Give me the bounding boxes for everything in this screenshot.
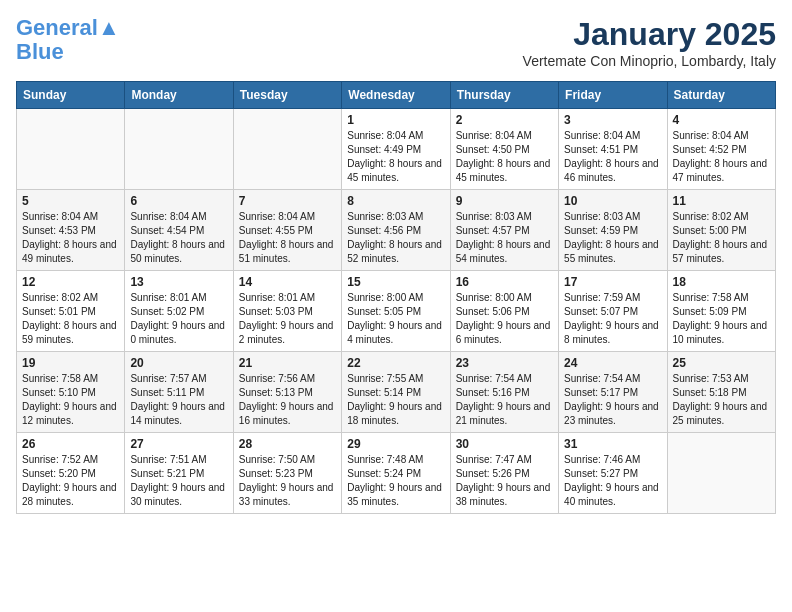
weekday-header: Tuesday bbox=[233, 82, 341, 109]
day-info: Sunrise: 8:04 AM Sunset: 4:53 PM Dayligh… bbox=[22, 210, 119, 266]
day-number: 22 bbox=[347, 356, 444, 370]
day-number: 19 bbox=[22, 356, 119, 370]
day-number: 8 bbox=[347, 194, 444, 208]
weekday-header: Thursday bbox=[450, 82, 558, 109]
day-info: Sunrise: 7:54 AM Sunset: 5:17 PM Dayligh… bbox=[564, 372, 661, 428]
calendar-cell: 29Sunrise: 7:48 AM Sunset: 5:24 PM Dayli… bbox=[342, 433, 450, 514]
calendar-cell: 15Sunrise: 8:00 AM Sunset: 5:05 PM Dayli… bbox=[342, 271, 450, 352]
calendar-week-row: 19Sunrise: 7:58 AM Sunset: 5:10 PM Dayli… bbox=[17, 352, 776, 433]
day-info: Sunrise: 8:04 AM Sunset: 4:55 PM Dayligh… bbox=[239, 210, 336, 266]
calendar-cell: 20Sunrise: 7:57 AM Sunset: 5:11 PM Dayli… bbox=[125, 352, 233, 433]
calendar-cell: 22Sunrise: 7:55 AM Sunset: 5:14 PM Dayli… bbox=[342, 352, 450, 433]
day-number: 15 bbox=[347, 275, 444, 289]
calendar-cell bbox=[667, 433, 775, 514]
day-number: 10 bbox=[564, 194, 661, 208]
calendar-cell: 27Sunrise: 7:51 AM Sunset: 5:21 PM Dayli… bbox=[125, 433, 233, 514]
day-info: Sunrise: 7:47 AM Sunset: 5:26 PM Dayligh… bbox=[456, 453, 553, 509]
calendar-cell: 17Sunrise: 7:59 AM Sunset: 5:07 PM Dayli… bbox=[559, 271, 667, 352]
day-info: Sunrise: 8:04 AM Sunset: 4:52 PM Dayligh… bbox=[673, 129, 770, 185]
calendar-cell: 4Sunrise: 8:04 AM Sunset: 4:52 PM Daylig… bbox=[667, 109, 775, 190]
day-number: 1 bbox=[347, 113, 444, 127]
calendar-cell: 25Sunrise: 7:53 AM Sunset: 5:18 PM Dayli… bbox=[667, 352, 775, 433]
calendar-cell: 10Sunrise: 8:03 AM Sunset: 4:59 PM Dayli… bbox=[559, 190, 667, 271]
day-info: Sunrise: 8:04 AM Sunset: 4:49 PM Dayligh… bbox=[347, 129, 444, 185]
day-number: 4 bbox=[673, 113, 770, 127]
weekday-header: Sunday bbox=[17, 82, 125, 109]
calendar-cell bbox=[17, 109, 125, 190]
day-info: Sunrise: 8:00 AM Sunset: 5:06 PM Dayligh… bbox=[456, 291, 553, 347]
calendar-cell: 2Sunrise: 8:04 AM Sunset: 4:50 PM Daylig… bbox=[450, 109, 558, 190]
day-number: 14 bbox=[239, 275, 336, 289]
calendar-cell: 16Sunrise: 8:00 AM Sunset: 5:06 PM Dayli… bbox=[450, 271, 558, 352]
day-number: 27 bbox=[130, 437, 227, 451]
day-number: 3 bbox=[564, 113, 661, 127]
calendar-cell: 21Sunrise: 7:56 AM Sunset: 5:13 PM Dayli… bbox=[233, 352, 341, 433]
calendar-cell: 12Sunrise: 8:02 AM Sunset: 5:01 PM Dayli… bbox=[17, 271, 125, 352]
calendar-cell: 9Sunrise: 8:03 AM Sunset: 4:57 PM Daylig… bbox=[450, 190, 558, 271]
day-info: Sunrise: 7:46 AM Sunset: 5:27 PM Dayligh… bbox=[564, 453, 661, 509]
day-info: Sunrise: 7:50 AM Sunset: 5:23 PM Dayligh… bbox=[239, 453, 336, 509]
calendar-cell: 30Sunrise: 7:47 AM Sunset: 5:26 PM Dayli… bbox=[450, 433, 558, 514]
page-header: General▲Blue January 2025 Vertemate Con … bbox=[16, 16, 776, 69]
calendar-cell: 28Sunrise: 7:50 AM Sunset: 5:23 PM Dayli… bbox=[233, 433, 341, 514]
day-info: Sunrise: 7:58 AM Sunset: 5:10 PM Dayligh… bbox=[22, 372, 119, 428]
day-info: Sunrise: 7:48 AM Sunset: 5:24 PM Dayligh… bbox=[347, 453, 444, 509]
weekday-header: Wednesday bbox=[342, 82, 450, 109]
day-number: 31 bbox=[564, 437, 661, 451]
location: Vertemate Con Minoprio, Lombardy, Italy bbox=[523, 53, 776, 69]
day-number: 11 bbox=[673, 194, 770, 208]
calendar-header-row: SundayMondayTuesdayWednesdayThursdayFrid… bbox=[17, 82, 776, 109]
day-info: Sunrise: 8:04 AM Sunset: 4:51 PM Dayligh… bbox=[564, 129, 661, 185]
day-number: 6 bbox=[130, 194, 227, 208]
calendar-cell bbox=[125, 109, 233, 190]
day-info: Sunrise: 8:00 AM Sunset: 5:05 PM Dayligh… bbox=[347, 291, 444, 347]
calendar-cell: 1Sunrise: 8:04 AM Sunset: 4:49 PM Daylig… bbox=[342, 109, 450, 190]
day-info: Sunrise: 8:02 AM Sunset: 5:00 PM Dayligh… bbox=[673, 210, 770, 266]
calendar-cell: 11Sunrise: 8:02 AM Sunset: 5:00 PM Dayli… bbox=[667, 190, 775, 271]
logo: General▲Blue bbox=[16, 16, 120, 64]
logo-blue-text: Blue bbox=[16, 39, 64, 64]
calendar-cell: 24Sunrise: 7:54 AM Sunset: 5:17 PM Dayli… bbox=[559, 352, 667, 433]
day-info: Sunrise: 8:02 AM Sunset: 5:01 PM Dayligh… bbox=[22, 291, 119, 347]
day-number: 21 bbox=[239, 356, 336, 370]
day-number: 24 bbox=[564, 356, 661, 370]
day-info: Sunrise: 7:59 AM Sunset: 5:07 PM Dayligh… bbox=[564, 291, 661, 347]
calendar-body: 1Sunrise: 8:04 AM Sunset: 4:49 PM Daylig… bbox=[17, 109, 776, 514]
day-info: Sunrise: 7:53 AM Sunset: 5:18 PM Dayligh… bbox=[673, 372, 770, 428]
calendar-cell: 26Sunrise: 7:52 AM Sunset: 5:20 PM Dayli… bbox=[17, 433, 125, 514]
calendar-cell: 18Sunrise: 7:58 AM Sunset: 5:09 PM Dayli… bbox=[667, 271, 775, 352]
day-number: 12 bbox=[22, 275, 119, 289]
day-number: 13 bbox=[130, 275, 227, 289]
day-info: Sunrise: 8:01 AM Sunset: 5:02 PM Dayligh… bbox=[130, 291, 227, 347]
calendar-week-row: 12Sunrise: 8:02 AM Sunset: 5:01 PM Dayli… bbox=[17, 271, 776, 352]
title-block: January 2025 Vertemate Con Minoprio, Lom… bbox=[523, 16, 776, 69]
day-info: Sunrise: 7:54 AM Sunset: 5:16 PM Dayligh… bbox=[456, 372, 553, 428]
calendar-cell: 3Sunrise: 8:04 AM Sunset: 4:51 PM Daylig… bbox=[559, 109, 667, 190]
weekday-header: Friday bbox=[559, 82, 667, 109]
day-number: 25 bbox=[673, 356, 770, 370]
calendar-cell: 31Sunrise: 7:46 AM Sunset: 5:27 PM Dayli… bbox=[559, 433, 667, 514]
day-info: Sunrise: 7:58 AM Sunset: 5:09 PM Dayligh… bbox=[673, 291, 770, 347]
calendar-cell: 8Sunrise: 8:03 AM Sunset: 4:56 PM Daylig… bbox=[342, 190, 450, 271]
calendar-week-row: 5Sunrise: 8:04 AM Sunset: 4:53 PM Daylig… bbox=[17, 190, 776, 271]
day-number: 23 bbox=[456, 356, 553, 370]
weekday-header: Monday bbox=[125, 82, 233, 109]
weekday-header: Saturday bbox=[667, 82, 775, 109]
day-number: 9 bbox=[456, 194, 553, 208]
day-info: Sunrise: 7:56 AM Sunset: 5:13 PM Dayligh… bbox=[239, 372, 336, 428]
day-info: Sunrise: 8:03 AM Sunset: 4:57 PM Dayligh… bbox=[456, 210, 553, 266]
day-info: Sunrise: 8:01 AM Sunset: 5:03 PM Dayligh… bbox=[239, 291, 336, 347]
day-number: 7 bbox=[239, 194, 336, 208]
logo-blue: ▲ bbox=[98, 15, 120, 40]
calendar-week-row: 1Sunrise: 8:04 AM Sunset: 4:49 PM Daylig… bbox=[17, 109, 776, 190]
day-number: 5 bbox=[22, 194, 119, 208]
day-number: 26 bbox=[22, 437, 119, 451]
day-info: Sunrise: 7:57 AM Sunset: 5:11 PM Dayligh… bbox=[130, 372, 227, 428]
day-info: Sunrise: 8:03 AM Sunset: 4:59 PM Dayligh… bbox=[564, 210, 661, 266]
day-number: 30 bbox=[456, 437, 553, 451]
day-number: 20 bbox=[130, 356, 227, 370]
day-number: 29 bbox=[347, 437, 444, 451]
calendar-cell: 23Sunrise: 7:54 AM Sunset: 5:16 PM Dayli… bbox=[450, 352, 558, 433]
calendar-cell: 5Sunrise: 8:04 AM Sunset: 4:53 PM Daylig… bbox=[17, 190, 125, 271]
calendar-table: SundayMondayTuesdayWednesdayThursdayFrid… bbox=[16, 81, 776, 514]
